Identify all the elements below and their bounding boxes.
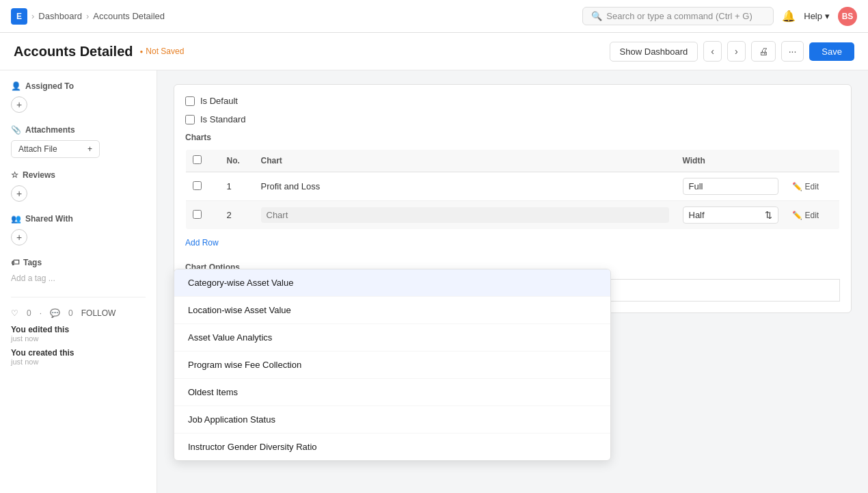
- sidebar: 👤 Assigned To + 📎 Attachments Attach Fil…: [0, 70, 157, 493]
- col-header-width: Width: [676, 150, 785, 172]
- row2-width: Half ⇅: [676, 201, 785, 230]
- row2-edit-button[interactable]: ✏️ Edit: [792, 211, 833, 220]
- app-logo[interactable]: E: [11, 8, 27, 25]
- search-bar[interactable]: 🔍 Search or type a command (Ctrl + G): [582, 7, 774, 25]
- help-button[interactable]: Help ▾: [804, 11, 830, 21]
- reviews-section: ☆ Reviews +: [11, 170, 146, 202]
- tag-icon: 🏷: [11, 258, 19, 267]
- add-shared-button[interactable]: +: [11, 229, 27, 245]
- sidebar-meta: ♡ 0 · 💬 0 FOLLOW You edited this just no…: [11, 297, 146, 366]
- comments-count: 0: [68, 308, 73, 318]
- tags-title: 🏷 Tags: [11, 258, 146, 267]
- charts-table: No. Chart Width 1 Profit and Loss Full: [185, 149, 840, 230]
- dropdown-item[interactable]: Instructor Gender Diversity Ratio: [174, 434, 610, 460]
- prev-button[interactable]: ‹: [703, 41, 722, 62]
- page-title-area: Accounts Detailed Not Saved: [14, 44, 184, 59]
- activity-created-time: just now: [11, 358, 146, 366]
- charts-label: Charts: [185, 133, 840, 142]
- share-icon: 👥: [11, 214, 21, 224]
- chevron-down-icon: ▾: [825, 11, 830, 21]
- is-standard-checkbox[interactable]: [185, 115, 195, 124]
- add-review-button[interactable]: +: [11, 185, 27, 202]
- row1-width-select[interactable]: Full: [683, 178, 778, 195]
- row2-width-select[interactable]: Half ⇅: [683, 206, 778, 224]
- edit-icon: ✏️: [792, 182, 802, 191]
- meta-likes-comments: ♡ 0 · 💬 0 FOLLOW: [11, 308, 146, 318]
- attachments-section: 📎 Attachments Attach File +: [11, 125, 146, 158]
- is-default-checkbox[interactable]: [185, 96, 195, 106]
- activity-edited-action: edited this: [28, 325, 69, 334]
- col-header-actions: [785, 150, 840, 172]
- breadcrumb-sep1: ›: [31, 11, 34, 21]
- select-all-checkbox[interactable]: [193, 155, 202, 164]
- print-button[interactable]: 🖨: [751, 41, 776, 62]
- activity-edited: You edited this just now: [11, 325, 146, 343]
- col-header-no: No.: [220, 150, 254, 172]
- row1-width: Full: [676, 172, 785, 201]
- row1-no: 1: [220, 172, 254, 201]
- dropdown-item[interactable]: Asset Value Analytics: [174, 324, 610, 351]
- dropdown-item[interactable]: Program wise Fee Collection: [174, 351, 610, 379]
- row2-actions: ✏️ Edit: [785, 201, 840, 230]
- avatar[interactable]: BS: [838, 7, 857, 26]
- show-dashboard-button[interactable]: Show Dashboard: [610, 42, 699, 62]
- save-button[interactable]: Save: [809, 42, 854, 61]
- like-icon: ♡: [11, 308, 18, 318]
- user-icon: 👤: [11, 81, 21, 91]
- spinners-icon: ⇅: [765, 210, 772, 220]
- assigned-to-title: 👤 Assigned To: [11, 81, 146, 91]
- row1-edit-button[interactable]: ✏️ Edit: [792, 182, 833, 191]
- row2-checkbox-cell: [186, 201, 220, 230]
- edit2-icon: ✏️: [792, 211, 802, 220]
- add-row-button[interactable]: Add Row: [185, 234, 219, 252]
- row2-checkbox[interactable]: [193, 210, 202, 219]
- row2-chart-input[interactable]: [261, 207, 669, 223]
- table-row: 2 Half ⇅ ✏️: [186, 201, 840, 230]
- activity-created-action: created this: [28, 348, 74, 358]
- row2-no: 2: [220, 201, 254, 230]
- comment-icon: 💬: [50, 308, 60, 318]
- row1-checkbox-cell: [186, 172, 220, 201]
- search-placeholder: Search or type a command (Ctrl + G): [606, 11, 752, 21]
- dropdown-item[interactable]: Job Application Status: [174, 406, 610, 434]
- col-header-checkbox: [186, 150, 220, 172]
- shared-with-title: 👥 Shared With: [11, 214, 146, 224]
- next-button[interactable]: ›: [727, 41, 746, 62]
- search-icon: 🔍: [591, 11, 602, 21]
- help-label: Help: [804, 11, 822, 21]
- star-icon: ☆: [11, 170, 18, 180]
- notifications-icon[interactable]: 🔔: [782, 10, 796, 23]
- breadcrumb-dashboard[interactable]: Dashboard: [38, 11, 82, 21]
- table-header-row: No. Chart Width: [186, 150, 840, 172]
- add-assigned-button[interactable]: +: [11, 96, 27, 113]
- dot-sep: ·: [40, 308, 42, 318]
- dropdown-item[interactable]: Location-wise Asset Value: [174, 297, 610, 324]
- table-row: 1 Profit and Loss Full ✏️ Edit: [186, 172, 840, 201]
- main-content: Is Default Is Standard Charts No. Chart …: [157, 70, 868, 493]
- add-tag-link[interactable]: Add a tag ...: [11, 274, 55, 283]
- not-saved-badge: Not Saved: [139, 46, 184, 56]
- page-header: Accounts Detailed Not Saved Show Dashboa…: [0, 33, 868, 70]
- attachments-title: 📎 Attachments: [11, 125, 146, 135]
- main-layout: 👤 Assigned To + 📎 Attachments Attach Fil…: [0, 70, 868, 493]
- header-actions: Show Dashboard ‹ › 🖨 ··· Save: [610, 41, 854, 62]
- dropdown-item[interactable]: Oldest Items: [174, 379, 610, 406]
- is-default-label: Is Default: [200, 96, 238, 106]
- shared-with-section: 👥 Shared With +: [11, 214, 146, 245]
- chart-dropdown: Category-wise Asset Value Location-wise …: [174, 269, 611, 461]
- row1-checkbox[interactable]: [193, 181, 202, 190]
- more-options-button[interactable]: ···: [781, 41, 804, 62]
- is-standard-label: Is Standard: [200, 114, 246, 124]
- dropdown-item[interactable]: Category-wise Asset Value: [174, 269, 610, 297]
- tags-section: 🏷 Tags Add a tag ...: [11, 258, 146, 283]
- attach-plus-icon: +: [87, 144, 92, 154]
- row2-chart-cell: [254, 201, 676, 230]
- top-nav: E › Dashboard › Accounts Detailed 🔍 Sear…: [0, 0, 868, 33]
- breadcrumb: E › Dashboard › Accounts Detailed: [11, 8, 165, 25]
- attach-file-button[interactable]: Attach File +: [11, 140, 100, 158]
- activity-created-user: You: [11, 348, 26, 358]
- nav-right: 🔍 Search or type a command (Ctrl + G) 🔔 …: [582, 7, 857, 26]
- follow-button[interactable]: FOLLOW: [81, 308, 116, 318]
- reviews-title: ☆ Reviews: [11, 170, 146, 180]
- activity-edited-time: just now: [11, 334, 146, 343]
